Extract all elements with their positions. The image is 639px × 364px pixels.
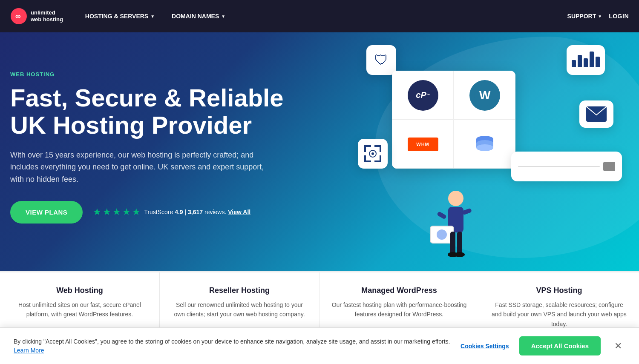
service-title-3: VPS Hosting	[491, 286, 627, 295]
svg-rect-17	[374, 161, 381, 162]
service-title-0: Web Hosting	[12, 286, 147, 295]
star-2: ★	[103, 206, 111, 218]
nav-right: SUPPORT ▼ LOGIN	[567, 13, 629, 20]
svg-rect-15	[364, 161, 371, 162]
star-3: ★	[112, 206, 121, 218]
trustpilot-widget: ★ ★ ★ ★ ★ TrustScore 4.9 | 3,617 reviews…	[93, 206, 250, 218]
svg-point-19	[371, 152, 374, 155]
hero-section: WEB HOSTING Fast, Secure & Reliable UK H…	[0, 32, 639, 271]
service-desc-0: Host unlimited sites on our fast, secure…	[12, 300, 147, 319]
mail-icon	[586, 106, 607, 122]
logo-text: unlimited web hosting	[31, 9, 63, 23]
shield-icon: 🛡	[374, 52, 388, 68]
svg-rect-29	[462, 208, 472, 215]
database-icon	[474, 133, 496, 155]
cookie-message: By clicking "Accept All Cookies", you ag…	[14, 337, 450, 351]
service-desc-3: Fast SSD storage, scalable resources; co…	[491, 300, 627, 329]
navigation: ∞ unlimited web hosting HOSTING & SERVER…	[0, 0, 639, 32]
hero-illustration: 🛡 cP™ W	[341, 32, 639, 271]
hero-content: WEB HOSTING Fast, Secure & Reliable UK H…	[10, 71, 308, 224]
star-1: ★	[93, 206, 101, 218]
cpanel-logo: cP™	[408, 80, 438, 111]
database-cell	[454, 120, 515, 169]
logo-icon: ∞	[10, 8, 27, 25]
service-desc-2: Our fastest hosting plan with performanc…	[331, 300, 467, 319]
svg-point-27	[455, 252, 465, 257]
svg-rect-25	[457, 232, 462, 255]
nav-domains[interactable]: DOMAIN NAMES ▼	[163, 0, 234, 32]
nav-hosting[interactable]: HOSTING & SERVERS ▼	[77, 0, 163, 32]
bar-1	[572, 60, 576, 67]
whm-cell: WHM	[392, 120, 454, 169]
trust-view-all[interactable]: View All	[228, 209, 250, 215]
nav-support[interactable]: SUPPORT ▼	[567, 13, 602, 20]
wordpress-logo: W	[469, 80, 500, 111]
shield-card: 🛡	[366, 45, 396, 75]
scan-card	[358, 139, 388, 169]
scan-icon	[363, 144, 382, 163]
view-plans-button[interactable]: VIEW PLANS	[10, 201, 83, 224]
service-desc-1: Sell our renowned unlimited web hosting …	[172, 300, 307, 319]
whm-logo: WHM	[408, 138, 438, 151]
svg-rect-13	[380, 145, 381, 152]
nav-login[interactable]: LOGIN	[609, 13, 629, 20]
person-figure	[426, 186, 477, 271]
search-card	[511, 152, 622, 181]
star-5: ★	[132, 206, 141, 218]
svg-text:∞: ∞	[15, 12, 21, 20]
service-title-2: Managed WordPress	[331, 286, 467, 295]
service-title-1: Reseller Hosting	[172, 286, 307, 295]
accept-all-cookies-button[interactable]: Accept All Cookies	[519, 336, 601, 351]
cookie-learn-more[interactable]: Learn More	[14, 347, 44, 351]
svg-point-20	[448, 191, 463, 206]
bar-5	[596, 57, 600, 67]
close-cookie-banner-button[interactable]: ✕	[611, 339, 625, 351]
bar-4	[590, 52, 594, 67]
cookies-settings-button[interactable]: Cookies Settings	[461, 343, 509, 350]
cookie-banner: By clicking "Accept All Cookies", you ag…	[0, 327, 639, 351]
svg-text:W: W	[479, 89, 491, 102]
bar-2	[578, 55, 582, 67]
hero-tag: WEB HOSTING	[10, 71, 308, 77]
trust-score-text: TrustScore 4.9 | 3,617 reviews. View All	[144, 209, 250, 215]
tech-panel: cP™ W WHM	[392, 71, 515, 169]
chart-card	[567, 45, 605, 75]
hero-cta: VIEW PLANS ★ ★ ★ ★ ★ TrustScore 4.9 | 3,…	[10, 201, 308, 224]
person-svg	[426, 186, 473, 271]
svg-rect-28	[437, 211, 447, 220]
wordpress-cell: W	[454, 71, 515, 120]
star-4: ★	[122, 206, 131, 218]
svg-rect-24	[450, 232, 455, 255]
star-rating: ★ ★ ★ ★ ★	[93, 206, 141, 218]
svg-point-8	[476, 144, 493, 151]
svg-rect-11	[364, 145, 366, 152]
cpanel-cell: cP™	[392, 71, 454, 120]
nav-links: HOSTING & SERVERS ▼ DOMAIN NAMES ▼	[77, 0, 567, 32]
hero-title: Fast, Secure & Reliable UK Hosting Provi…	[10, 84, 308, 139]
svg-point-23	[437, 229, 447, 240]
chart-bars	[570, 52, 602, 69]
bar-3	[584, 58, 588, 67]
mail-card	[579, 100, 613, 128]
hero-cards: 🛡 cP™ W	[358, 45, 630, 271]
hero-description: With over 15 years experience, our web h…	[10, 149, 274, 186]
logo[interactable]: ∞ unlimited web hosting	[10, 8, 63, 25]
